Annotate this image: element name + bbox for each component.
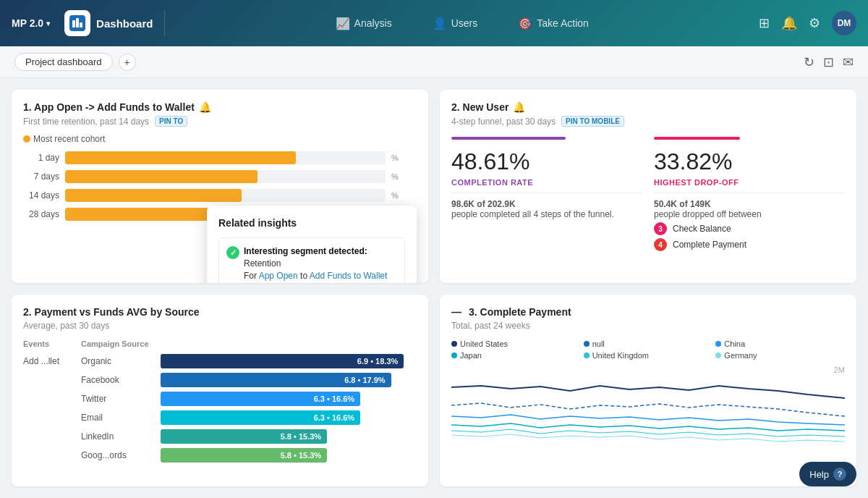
funnel-pct-14days: % (391, 191, 417, 200)
add-tab-button[interactable]: + (119, 54, 136, 71)
nav-analysis-label: Analysis (354, 17, 392, 29)
source-twitter: Twitter (81, 394, 161, 404)
funnel-row-7days: 7 days % (23, 170, 417, 183)
header-right: ⊞ 🔔 ⚙ DM (759, 11, 856, 35)
svg-rect-1 (72, 20, 75, 28)
funnel-bar-wrap-1day (65, 151, 386, 164)
card3-title-text: 2. Payment vs Funds AVG by Source (23, 306, 200, 318)
legend-circle-null (584, 341, 590, 347)
card4-title: — 3. Complete Payment (451, 306, 845, 318)
source-organic: Organic (81, 356, 161, 366)
toolbar-right: ↻ ⊡ ✉ (804, 54, 854, 70)
divider-2 (654, 193, 845, 193)
insight-1-label: Interesting segment detected: Retention … (244, 245, 397, 283)
card2-title-text: 2. New User (451, 101, 509, 113)
chart-y-label: 2M (834, 366, 845, 374)
legend-circle-uk (584, 353, 590, 358)
bell-icon[interactable]: 🔔 (781, 15, 797, 31)
card3-subtitle: Average, past 30 days (23, 321, 417, 331)
insight-1-header: ✓ Interesting segment detected: Retentio… (226, 245, 397, 283)
funnel-row-1day: 1 day % (23, 151, 417, 164)
step-3-badge: 3 (654, 222, 667, 235)
legend-circle-japan (451, 353, 457, 358)
dashboard-label[interactable]: Dashboard (96, 17, 153, 30)
nav-take-action-label: Take Action (537, 17, 589, 29)
col-value (161, 339, 417, 348)
version-text: MP 2.0 (12, 17, 43, 29)
step-3-label: Check Balance (673, 224, 731, 234)
legend-null: null (584, 339, 713, 348)
bar-facebook-wrap: 6.8 • 17.9% (161, 373, 417, 387)
bar-row-linkedin: LinkedIn 5.8 • 15.3% (23, 429, 417, 444)
funnel-pct-1day: % (391, 153, 417, 162)
header-left: MP 2.0 ▾ Dashboard (12, 10, 165, 36)
legend-circle-germany (715, 353, 721, 358)
completion-count: 98.6K of 202.9K (451, 199, 516, 209)
legend-circle-china (715, 341, 721, 347)
nav-users[interactable]: 👤 Users (427, 14, 484, 33)
col-events: Events (23, 339, 81, 348)
card1-legend: Most recent cohort (23, 134, 417, 144)
header: MP 2.0 ▾ Dashboard 📈 Analysis 👤 Users 🎯 … (0, 0, 868, 46)
svg-rect-2 (76, 18, 79, 28)
settings-icon[interactable]: ⚙ (809, 15, 820, 31)
bar-linkedin-value: 5.8 • 15.3% (281, 432, 321, 441)
project-dashboard-button[interactable]: Project dashboard (14, 53, 113, 71)
funnel-label-14days: 14 days (23, 190, 59, 201)
legend-us: United States (451, 339, 581, 348)
card1-bell-icon: 🔔 (199, 101, 211, 113)
nav-analysis[interactable]: 📈 Analysis (330, 14, 398, 33)
help-button[interactable]: Help ? (799, 462, 856, 486)
refresh-icon[interactable]: ↻ (804, 54, 814, 70)
card1-subtitle: First time retention, past 14 days (23, 117, 149, 127)
card-app-open: 1. App Open -> Add Funds to Wallet 🔔 Fir… (12, 90, 428, 283)
layout-icon[interactable]: ⊡ (823, 54, 834, 70)
divider-1 (451, 193, 642, 193)
insight-1-app-open: App Open (259, 271, 298, 281)
step-3-line: 3 Check Balance (654, 222, 845, 235)
line-chart-svg (451, 366, 845, 445)
funnel-bar-14days (65, 189, 242, 202)
plus-icon: + (124, 56, 129, 68)
funnel-bar-1day (65, 151, 296, 164)
card3-title: 2. Payment vs Funds AVG by Source (23, 306, 417, 318)
source-linkedin: LinkedIn (81, 431, 161, 442)
legend-label-text: Most recent cohort (33, 134, 105, 144)
bar-google-wrap: 5.8 • 15.3% (161, 448, 417, 463)
step-4-badge: 4 (654, 238, 667, 251)
bar-row-google: Goog...ords 5.8 • 15.3% (23, 448, 417, 463)
chart-legend: United States null China Japan United Ki… (451, 339, 845, 360)
main-content: 1. App Open -> Add Funds to Wallet 🔔 Fir… (0, 78, 868, 498)
funnel-bar-wrap-14days (65, 189, 386, 202)
mp-version-label[interactable]: MP 2.0 ▾ (12, 17, 50, 29)
bar-row-twitter: Twitter 6.3 • 16.6% (23, 392, 417, 406)
insight-1-add-funds: Add Funds to Wallet (310, 271, 388, 281)
card4-title-text: 3. Complete Payment (469, 306, 571, 318)
legend-uk-label: United Kingdom (592, 351, 649, 360)
email-icon[interactable]: ✉ (843, 54, 854, 70)
bar-organic-value: 6.9 • 18.3% (357, 357, 398, 366)
dropoff-metric: 33.82% HIGHEST DROP-OFF 50.4K of 149K pe… (654, 137, 845, 251)
funnel-label-7days: 7 days (23, 172, 59, 182)
grid-icon[interactable]: ⊞ (759, 15, 770, 31)
card1-title: 1. App Open -> Add Funds to Wallet 🔔 (23, 101, 417, 113)
dropoff-desc-text: people dropped off between (654, 209, 762, 219)
legend-us-label: United States (460, 339, 508, 348)
card1-pin-badge[interactable]: PIN TO (155, 116, 187, 127)
completion-desc: 98.6K of 202.9K people completed all 4 s… (451, 199, 642, 219)
avatar[interactable]: DM (832, 11, 856, 35)
nav-take-action[interactable]: 🎯 Take Action (512, 14, 595, 33)
chevron-down-icon[interactable]: ▾ (46, 20, 50, 28)
funnel-bar-7days (65, 170, 258, 183)
legend-uk: United Kingdom (584, 351, 713, 360)
completion-rate-label: COMPLETION RATE (451, 178, 642, 187)
bar-organic-wrap: 6.9 • 18.3% (161, 354, 417, 368)
bar-chart-rows: Add ...llet Organic 6.9 • 18.3% Facebook… (23, 354, 417, 463)
insight-1-type: Interesting segment detected: (244, 246, 367, 256)
legend-japan-label: Japan (460, 351, 482, 360)
dropoff-count: 50.4K of 149K (654, 199, 711, 209)
legend-dot (23, 135, 30, 143)
card2-bell-icon: 🔔 (513, 101, 525, 113)
card2-pin-badge[interactable]: PIN TO MOBILE (561, 116, 624, 127)
line-chart-area: 2M (451, 366, 845, 445)
